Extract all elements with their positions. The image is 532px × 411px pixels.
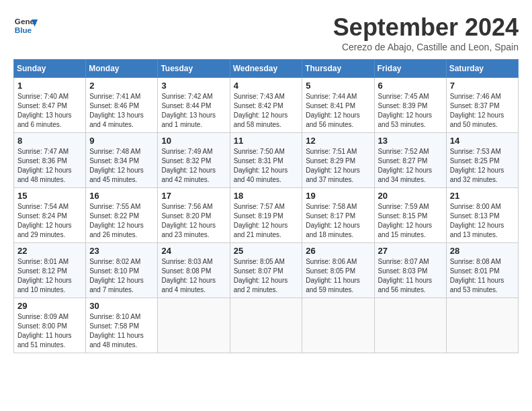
calendar-cell: 25Sunrise: 8:05 AM Sunset: 8:07 PM Dayli… [230, 243, 302, 298]
day-number: 19 [306, 191, 370, 201]
calendar-cell: 23Sunrise: 8:02 AM Sunset: 8:10 PM Dayli… [86, 243, 158, 298]
calendar-cell: 24Sunrise: 8:03 AM Sunset: 8:08 PM Dayli… [158, 243, 230, 298]
day-info: Sunrise: 7:51 AM Sunset: 8:29 PM Dayligh… [306, 147, 370, 185]
day-number: 13 [378, 136, 443, 146]
calendar-cell: 2Sunrise: 7:41 AM Sunset: 8:46 PM Daylig… [86, 78, 158, 133]
calendar-cell [446, 298, 518, 353]
day-info: Sunrise: 7:48 AM Sunset: 8:34 PM Dayligh… [89, 147, 154, 185]
day-info: Sunrise: 8:09 AM Sunset: 8:00 PM Dayligh… [17, 312, 82, 350]
day-info: Sunrise: 7:53 AM Sunset: 8:25 PM Dayligh… [450, 147, 515, 185]
calendar-cell: 4Sunrise: 7:43 AM Sunset: 8:42 PM Daylig… [230, 78, 302, 133]
day-number: 14 [450, 136, 515, 146]
day-info: Sunrise: 7:52 AM Sunset: 8:27 PM Dayligh… [378, 147, 443, 185]
day-number: 2 [89, 81, 154, 91]
day-info: Sunrise: 7:56 AM Sunset: 8:20 PM Dayligh… [161, 202, 226, 240]
calendar-cell: 26Sunrise: 8:06 AM Sunset: 8:05 PM Dayli… [302, 243, 374, 298]
day-info: Sunrise: 8:01 AM Sunset: 8:12 PM Dayligh… [17, 257, 82, 295]
day-number: 7 [450, 81, 515, 91]
day-number: 23 [89, 246, 154, 256]
day-info: Sunrise: 7:54 AM Sunset: 8:24 PM Dayligh… [17, 202, 82, 240]
calendar-cell: 20Sunrise: 7:59 AM Sunset: 8:15 PM Dayli… [374, 188, 446, 243]
day-info: Sunrise: 7:41 AM Sunset: 8:46 PM Dayligh… [89, 92, 154, 130]
day-info: Sunrise: 8:03 AM Sunset: 8:08 PM Dayligh… [161, 257, 226, 295]
weekday-header-tuesday: Tuesday [158, 60, 230, 78]
calendar-cell: 9Sunrise: 7:48 AM Sunset: 8:34 PM Daylig… [86, 133, 158, 188]
day-number: 12 [306, 136, 370, 146]
day-info: Sunrise: 7:59 AM Sunset: 8:15 PM Dayligh… [378, 202, 443, 240]
calendar-cell: 28Sunrise: 8:08 AM Sunset: 8:01 PM Dayli… [446, 243, 518, 298]
logo-icon: General Blue [13, 13, 38, 38]
calendar-cell: 1Sunrise: 7:40 AM Sunset: 8:47 PM Daylig… [14, 78, 86, 133]
calendar-cell: 13Sunrise: 7:52 AM Sunset: 8:27 PM Dayli… [374, 133, 446, 188]
day-number: 25 [234, 246, 299, 256]
calendar-cell: 22Sunrise: 8:01 AM Sunset: 8:12 PM Dayli… [14, 243, 86, 298]
day-info: Sunrise: 7:44 AM Sunset: 8:41 PM Dayligh… [306, 92, 370, 130]
weekday-header-row: SundayMondayTuesdayWednesdayThursdayFrid… [14, 60, 519, 78]
day-number: 22 [17, 246, 82, 256]
day-info: Sunrise: 7:43 AM Sunset: 8:42 PM Dayligh… [234, 92, 299, 130]
calendar-cell: 29Sunrise: 8:09 AM Sunset: 8:00 PM Dayli… [14, 298, 86, 353]
calendar-cell: 21Sunrise: 8:00 AM Sunset: 8:13 PM Dayli… [446, 188, 518, 243]
day-number: 3 [161, 81, 226, 91]
svg-text:Blue: Blue [15, 26, 32, 34]
calendar-cell: 17Sunrise: 7:56 AM Sunset: 8:20 PM Dayli… [158, 188, 230, 243]
calendar-cell: 18Sunrise: 7:57 AM Sunset: 8:19 PM Dayli… [230, 188, 302, 243]
day-number: 28 [450, 246, 515, 256]
calendar-week-2: 8Sunrise: 7:47 AM Sunset: 8:36 PM Daylig… [14, 133, 519, 188]
day-info: Sunrise: 7:46 AM Sunset: 8:37 PM Dayligh… [450, 92, 515, 130]
weekday-header-monday: Monday [86, 60, 158, 78]
day-number: 29 [17, 301, 82, 311]
day-info: Sunrise: 7:47 AM Sunset: 8:36 PM Dayligh… [17, 147, 82, 185]
weekday-header-friday: Friday [374, 60, 446, 78]
calendar-week-1: 1Sunrise: 7:40 AM Sunset: 8:47 PM Daylig… [14, 78, 519, 133]
calendar-cell [302, 298, 374, 353]
calendar-cell: 15Sunrise: 7:54 AM Sunset: 8:24 PM Dayli… [14, 188, 86, 243]
day-info: Sunrise: 7:40 AM Sunset: 8:47 PM Dayligh… [17, 92, 82, 130]
weekday-header-saturday: Saturday [446, 60, 518, 78]
day-number: 11 [234, 136, 299, 146]
day-info: Sunrise: 7:58 AM Sunset: 8:17 PM Dayligh… [306, 202, 370, 240]
day-number: 18 [234, 191, 299, 201]
calendar-cell: 16Sunrise: 7:55 AM Sunset: 8:22 PM Dayli… [86, 188, 158, 243]
day-number: 20 [378, 191, 443, 201]
weekday-header-wednesday: Wednesday [230, 60, 302, 78]
day-number: 1 [17, 81, 82, 91]
day-info: Sunrise: 7:50 AM Sunset: 8:31 PM Dayligh… [234, 147, 299, 185]
calendar-cell: 19Sunrise: 7:58 AM Sunset: 8:17 PM Dayli… [302, 188, 374, 243]
day-info: Sunrise: 8:08 AM Sunset: 8:01 PM Dayligh… [450, 257, 515, 295]
day-info: Sunrise: 8:10 AM Sunset: 7:58 PM Dayligh… [89, 312, 154, 350]
calendar-cell: 27Sunrise: 8:07 AM Sunset: 8:03 PM Dayli… [374, 243, 446, 298]
location-title: Cerezo de Abajo, Castille and Leon, Spai… [333, 42, 519, 52]
calendar-cell [230, 298, 302, 353]
calendar-cell [374, 298, 446, 353]
day-number: 10 [161, 136, 226, 146]
calendar-cell: 14Sunrise: 7:53 AM Sunset: 8:25 PM Dayli… [446, 133, 518, 188]
weekday-header-sunday: Sunday [14, 60, 86, 78]
day-info: Sunrise: 8:07 AM Sunset: 8:03 PM Dayligh… [378, 257, 443, 295]
calendar-week-5: 29Sunrise: 8:09 AM Sunset: 8:00 PM Dayli… [14, 298, 519, 353]
day-info: Sunrise: 7:55 AM Sunset: 8:22 PM Dayligh… [89, 202, 154, 240]
calendar-cell: 10Sunrise: 7:49 AM Sunset: 8:32 PM Dayli… [158, 133, 230, 188]
calendar-cell: 5Sunrise: 7:44 AM Sunset: 8:41 PM Daylig… [302, 78, 374, 133]
day-number: 17 [161, 191, 226, 201]
day-number: 27 [378, 246, 443, 256]
day-number: 30 [89, 301, 154, 311]
day-info: Sunrise: 7:57 AM Sunset: 8:19 PM Dayligh… [234, 202, 299, 240]
day-number: 4 [234, 81, 299, 91]
calendar-cell: 7Sunrise: 7:46 AM Sunset: 8:37 PM Daylig… [446, 78, 518, 133]
day-number: 24 [161, 246, 226, 256]
page-header: General Blue September 2024 Cerezo de Ab… [13, 13, 519, 52]
title-block: September 2024 Cerezo de Abajo, Castille… [333, 13, 519, 52]
day-info: Sunrise: 8:05 AM Sunset: 8:07 PM Dayligh… [234, 257, 299, 295]
calendar-cell: 3Sunrise: 7:42 AM Sunset: 8:44 PM Daylig… [158, 78, 230, 133]
calendar-cell: 12Sunrise: 7:51 AM Sunset: 8:29 PM Dayli… [302, 133, 374, 188]
calendar-cell: 6Sunrise: 7:45 AM Sunset: 8:39 PM Daylig… [374, 78, 446, 133]
day-info: Sunrise: 7:42 AM Sunset: 8:44 PM Dayligh… [161, 92, 226, 130]
day-info: Sunrise: 7:49 AM Sunset: 8:32 PM Dayligh… [161, 147, 226, 185]
day-number: 21 [450, 191, 515, 201]
calendar-cell: 8Sunrise: 7:47 AM Sunset: 8:36 PM Daylig… [14, 133, 86, 188]
logo: General Blue [13, 13, 38, 38]
day-number: 15 [17, 191, 82, 201]
day-info: Sunrise: 8:00 AM Sunset: 8:13 PM Dayligh… [450, 202, 515, 240]
day-number: 6 [378, 81, 443, 91]
